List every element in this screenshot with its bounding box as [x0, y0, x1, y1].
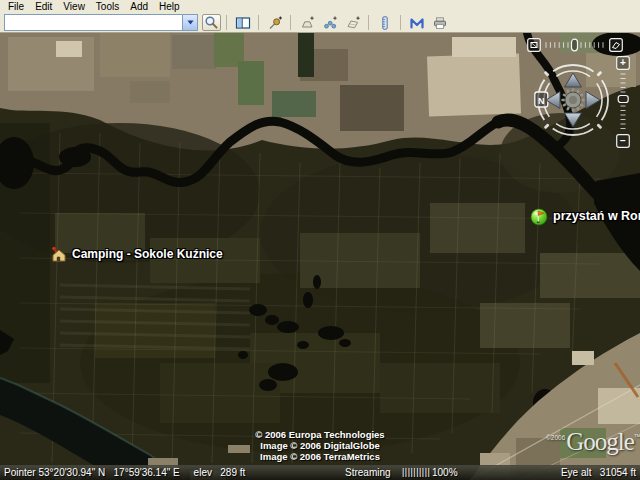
search-input[interactable] — [5, 15, 182, 30]
add-image-overlay-button[interactable] — [342, 14, 363, 32]
tilt-slider-knob[interactable] — [572, 39, 578, 51]
tilt-slider[interactable] — [527, 38, 623, 56]
copyright-line: Image © 2006 TerraMetrics — [255, 451, 384, 462]
north-indicator[interactable]: N — [535, 92, 548, 107]
toolbar-separator — [290, 15, 291, 30]
google-logo: Google — [566, 429, 634, 454]
search-icon — [204, 15, 219, 30]
streaming-progress: |||||||||| — [402, 467, 430, 477]
menu-view[interactable]: View — [58, 0, 91, 13]
pan-down-arrow[interactable] — [565, 113, 582, 127]
eye-altitude: Eye alt 31054 ft — [561, 467, 636, 478]
email-button[interactable] — [406, 14, 427, 32]
toolbar-separator — [226, 15, 227, 30]
streaming-label: Streaming — [345, 467, 391, 478]
add-polygon-button[interactable] — [296, 14, 317, 32]
zoom-out-button[interactable]: − — [617, 135, 630, 148]
placemark-label: przystań w Rom — [553, 209, 640, 223]
toolbar — [0, 13, 640, 33]
campground-icon — [50, 245, 67, 263]
search-button[interactable] — [202, 14, 221, 31]
toolbar-separator — [368, 15, 369, 30]
email-icon — [409, 15, 425, 31]
menu-bar: File Edit View Tools Add Help — [0, 0, 640, 13]
add-path-button[interactable] — [319, 14, 340, 32]
ruler-button[interactable] — [374, 14, 395, 32]
menu-edit[interactable]: Edit — [30, 0, 58, 13]
zoom-slider[interactable]: + − — [616, 56, 631, 152]
zoom-in-button[interactable]: + — [617, 57, 630, 70]
streaming-percent: 100% — [432, 467, 458, 478]
map-viewport[interactable]: Camping - Sokole Kuźnice przystań w Rom … — [0, 33, 640, 480]
placemark-label: Camping - Sokole Kuźnice — [72, 247, 223, 261]
add-image-overlay-icon — [345, 15, 361, 31]
menu-help[interactable]: Help — [154, 0, 186, 13]
copyright-line: © 2006 Europa Technologies — [255, 429, 384, 440]
sidebar-toggle-button[interactable] — [232, 14, 253, 32]
pan-right-arrow[interactable] — [586, 92, 600, 109]
chevron-down-icon[interactable] — [182, 15, 197, 30]
menu-file[interactable]: File — [3, 0, 30, 13]
add-polygon-icon — [299, 15, 315, 31]
pointer-coordinates: Pointer 53°20'30.94" N 17°59'36.14" E el… — [4, 467, 245, 478]
ruler-icon — [377, 15, 393, 31]
tilt-reset-button[interactable] — [528, 39, 541, 52]
placemark-camping[interactable]: Camping - Sokole Kuźnice — [50, 244, 223, 264]
svg-text:+: + — [620, 57, 626, 68]
status-bar: Pointer 53°20'30.94" N 17°59'36.14" E el… — [0, 465, 640, 480]
svg-text:N: N — [538, 96, 545, 106]
svg-text:−: − — [620, 135, 626, 146]
tilt-horizon-button[interactable] — [610, 39, 623, 52]
print-button[interactable] — [429, 14, 450, 32]
compass-navigator[interactable]: N — [534, 61, 612, 143]
print-icon — [432, 15, 448, 31]
flag-icon — [530, 207, 548, 226]
placemark-przystan[interactable]: przystań w Rom — [530, 205, 640, 227]
google-watermark: ©2006 Google ™ — [546, 429, 640, 454]
logo-copyright: ©2006 — [546, 434, 565, 441]
zoom-slider-knob[interactable] — [618, 96, 628, 103]
compass-center-knob[interactable] — [563, 90, 584, 111]
pan-up-arrow[interactable] — [565, 73, 582, 87]
menu-tools[interactable]: Tools — [91, 0, 125, 13]
trademark-symbol: ™ — [634, 433, 640, 440]
add-placemark-button[interactable] — [264, 14, 285, 32]
toolbar-separator — [400, 15, 401, 30]
google-earth-window: File Edit View Tools Add Help — [0, 0, 640, 480]
search-combobox[interactable] — [4, 14, 198, 31]
menu-add[interactable]: Add — [125, 0, 154, 13]
add-placemark-icon — [267, 15, 283, 31]
toolbar-separator — [258, 15, 259, 30]
imagery-copyright: © 2006 Europa Technologies Image © 2006 … — [255, 429, 384, 462]
copyright-line: Image © 2006 DigitalGlobe — [255, 440, 384, 451]
sidebar-toggle-icon — [235, 15, 251, 31]
add-path-icon — [322, 15, 338, 31]
